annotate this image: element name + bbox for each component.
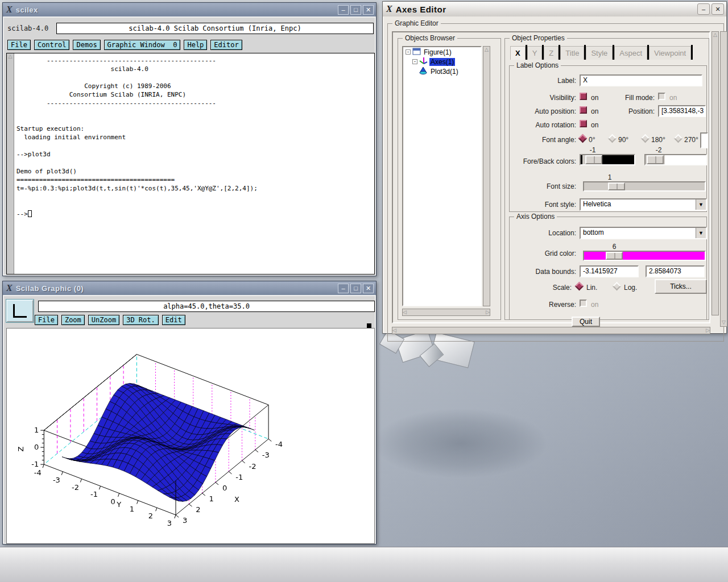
grid-color-slider[interactable] (583, 251, 706, 261)
scilex-menu-file[interactable]: File (7, 40, 31, 50)
scilex-menubar: FileControlDemosGraphic Window 0HelpEdit… (7, 39, 246, 51)
dropdown-arrow-icon[interactable]: ▼ (696, 228, 706, 238)
minimize-button[interactable]: – (338, 5, 349, 15)
auto-position-checkbox[interactable] (580, 106, 587, 114)
tab-viewpoint[interactable]: Viewpoint (649, 46, 691, 60)
console-scrollbar[interactable]: △ (7, 53, 14, 274)
visibility-checkbox[interactable] (580, 93, 587, 100)
tree-item-label[interactable]: Figure(1) (423, 48, 453, 56)
corner-glyph-icon (13, 304, 27, 318)
label-input[interactable]: X (580, 74, 702, 86)
position-input[interactable]: [3.3583148,-3 (658, 105, 706, 117)
axes-editor-window: X Axes Editor – ✕ Graphic Editor Objects… (382, 1, 727, 334)
scilex-titlebar[interactable]: X scilex – □ ✕ (3, 3, 376, 16)
tree-vscrollbar[interactable]: △ (483, 46, 490, 306)
auto-rotation-checkbox[interactable] (580, 120, 587, 127)
scale-log-label: Log. (624, 284, 642, 292)
font-angle-label: Font angle: (509, 136, 576, 144)
grid-color-fill (584, 252, 606, 260)
font-style-value: Helvetica (583, 200, 611, 208)
graphic-titlebar[interactable]: X Scilab Graphic (0) – □ ✕ (3, 281, 376, 295)
auto-rotation-on-label: on (591, 121, 602, 129)
tab-y[interactable]: Y (527, 46, 543, 60)
scale-label: Scale: (509, 284, 572, 292)
data-bound-max-input[interactable]: 2.8584073 (646, 265, 705, 277)
scilex-console[interactable]: △ --------------------------------------… (6, 53, 375, 275)
maximize-button[interactable]: □ (350, 284, 361, 293)
tree-expander[interactable]: - (406, 49, 411, 55)
scilab-banner-field: scilab-4.0 Scilab Consortium (Inria, Enp… (56, 23, 374, 34)
canvas-scroll-handle[interactable] (367, 323, 371, 328)
back-color-thumb[interactable] (647, 155, 664, 164)
grid-color-label: Grid color: (509, 250, 576, 257)
scilex-menu-editor[interactable]: Editor (210, 40, 242, 50)
tab-title[interactable]: Title (560, 46, 584, 60)
font-angle-option-label: 0° (589, 136, 608, 144)
graphic-menu-3d-rot-[interactable]: 3D Rot. (123, 315, 159, 325)
scale-lin-label: Lin. (586, 284, 603, 292)
tree-item-label[interactable]: Plot3d(1) (429, 68, 460, 76)
scroll-down-icon[interactable]: ▽ (721, 319, 727, 325)
graphic-menu-zoom[interactable]: Zoom (61, 315, 85, 325)
maximize-button[interactable]: □ (350, 5, 361, 15)
x11-app-icon: X (6, 5, 13, 15)
font-style-combo[interactable]: Helvetica ▼ (580, 198, 707, 211)
tab-style[interactable]: Style (586, 46, 613, 60)
minimize-button[interactable]: – (338, 284, 349, 293)
quit-button[interactable]: Quit (572, 317, 600, 327)
font-size-thumb[interactable] (608, 182, 625, 190)
tab-z[interactable]: Z (544, 46, 559, 60)
scroll-up-icon[interactable]: △ (7, 53, 14, 59)
tree-row-plot3d1: Plot3d(1) (403, 66, 481, 76)
font-style-label: Font style: (509, 201, 576, 209)
graphic-menu-edit[interactable]: Edit (162, 315, 185, 325)
close-button[interactable]: ✕ (363, 5, 374, 15)
tree-item-label[interactable]: Axes(1) (429, 58, 455, 66)
scroll-right-icon[interactable]: ▷ (486, 309, 490, 315)
scilex-menu-demos[interactable]: Demos (73, 40, 100, 50)
tree-hscrollbar[interactable]: ◁ ▷ (402, 309, 490, 316)
x11-app-icon: X (6, 283, 13, 293)
close-button[interactable]: ✕ (712, 3, 724, 15)
position-label: Position: (609, 107, 655, 115)
scilex-menu-help[interactable]: Help (184, 40, 207, 50)
tree-row-axes1: -Axes(1) (403, 57, 481, 66)
auto-rotation-label: Auto rotation: (509, 121, 576, 129)
tab-aspect[interactable]: Aspect (614, 46, 647, 60)
scroll-left-icon[interactable]: ◁ (403, 309, 407, 315)
scilex-menu-graphic-window-0[interactable]: Graphic Window 0 (104, 40, 181, 50)
back-color-slider[interactable] (644, 154, 707, 165)
minimize-button[interactable]: – (697, 3, 710, 15)
fill-mode-checkbox[interactable] (658, 93, 665, 100)
graphic-window: X Scilab Graphic (0) – □ ✕ alpha=45.0,th… (2, 281, 377, 544)
tab-x[interactable]: X (510, 46, 526, 60)
tree-expander[interactable]: - (412, 59, 417, 64)
scroll-up-icon[interactable]: △ (712, 32, 718, 38)
scroll-left-icon[interactable]: ◁ (392, 327, 396, 333)
reverse-checkbox[interactable] (580, 300, 587, 307)
grid-color-thumb[interactable] (606, 252, 623, 260)
data-bound-min-input[interactable]: -3.1415927 (580, 265, 639, 277)
window-vscrollbar[interactable]: ▽ (720, 31, 727, 327)
fore-color-slider[interactable] (580, 154, 635, 165)
font-size-slider[interactable] (583, 181, 706, 192)
axes-editor-titlebar[interactable]: X Axes Editor – ✕ (383, 2, 726, 16)
corner-tool-button[interactable] (6, 300, 34, 322)
fore-color-thumb[interactable] (585, 155, 602, 164)
graphic-status-field: alpha=45.0,theta=35.0 (38, 301, 375, 312)
console-cursor (28, 210, 32, 217)
dropdown-arrow-icon[interactable]: ▼ (696, 199, 706, 210)
scilex-menu-control[interactable]: Control (34, 40, 70, 50)
axes-editor-body: Graphic Editor Objects Browser -Figure(1… (383, 16, 726, 333)
graphic-menu-file[interactable]: File (35, 315, 58, 325)
scroll-up-icon[interactable]: △ (483, 47, 490, 52)
location-combo[interactable]: bottom ▼ (580, 227, 707, 239)
auto-position-on-label: on (591, 107, 602, 115)
scroll-right-icon[interactable]: ▷ (706, 327, 710, 333)
graphic-menu-unzoom[interactable]: UnZoom (88, 315, 119, 325)
window-hscrollbar[interactable]: ◁ ▷ (392, 327, 710, 334)
data-bounds-label: Data bounds: (509, 268, 576, 276)
close-button[interactable]: ✕ (363, 284, 374, 293)
panel-vscrollbar[interactable]: △ (712, 31, 719, 315)
ticks-button[interactable]: Ticks... (655, 279, 707, 294)
